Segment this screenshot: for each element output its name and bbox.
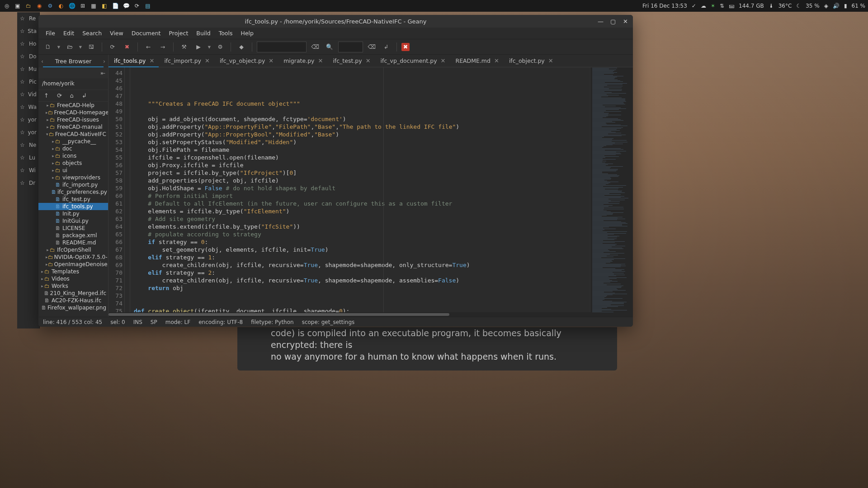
save-all-button[interactable]: 🖫 xyxy=(85,41,97,53)
new-dropdown[interactable]: ▾ xyxy=(57,41,61,53)
bg-sidebar-item[interactable]: ☆Re xyxy=(17,12,39,25)
firefox-icon[interactable]: ◉ xyxy=(35,2,43,10)
tree-item[interactable]: ▸🗀ui xyxy=(38,167,108,174)
cloud-icon[interactable]: ☁ xyxy=(701,3,706,9)
close-tab-icon[interactable]: ✕ xyxy=(205,57,210,64)
fold-gutter[interactable] xyxy=(125,67,130,312)
horizontal-scrollbar[interactable] xyxy=(108,312,633,317)
window-icon[interactable]: ▤ xyxy=(144,2,152,10)
titlebar[interactable]: ifc_tools.py - /home/yorik/Sources/FreeC… xyxy=(38,15,633,28)
menu-project[interactable]: Project xyxy=(165,28,192,38)
tree-home-button[interactable]: ⌂ xyxy=(70,92,74,99)
close-tab-icon[interactable]: ✕ xyxy=(366,57,371,64)
nav-back-button[interactable]: ← xyxy=(142,41,154,53)
bg-sidebar-item[interactable]: ☆Ho xyxy=(17,38,39,50)
editor-tab[interactable]: ifc_test.py✕ xyxy=(327,55,375,67)
menu-document[interactable]: Document xyxy=(128,28,165,38)
tree-item[interactable]: ▸🗀Templates xyxy=(38,268,108,275)
tree-item[interactable]: ▸🗀icons xyxy=(38,152,108,160)
terminal-icon[interactable]: ▣ xyxy=(14,2,22,10)
bg-sidebar-item[interactable]: ☆Vid xyxy=(17,88,39,101)
close-tab-icon[interactable]: ✕ xyxy=(441,57,446,64)
menu-search[interactable]: Search xyxy=(79,28,105,38)
tree-path[interactable]: /home/yorik xyxy=(38,78,108,90)
bg-sidebar-item[interactable]: ☆yor xyxy=(17,126,39,139)
tree-collapse-button[interactable]: ⇤ xyxy=(38,67,108,78)
editor-tab[interactable]: ifc_tools.py✕ xyxy=(108,55,159,67)
tree-item[interactable]: 🗎ifc_tools.py xyxy=(38,203,108,210)
tree-item[interactable]: 🗎InitGui.py xyxy=(38,217,108,225)
panel-datetime[interactable]: Fri 16 Dec 13:53 xyxy=(642,3,687,9)
search-icon[interactable]: 🔍 xyxy=(324,41,335,53)
tree-up-button[interactable]: ↑ xyxy=(44,92,49,99)
search-input[interactable] xyxy=(257,42,307,52)
tree-item[interactable]: 🗎ifc_test.py xyxy=(38,196,108,203)
tree-refresh-button[interactable]: ⟳ xyxy=(57,92,62,99)
sync-icon[interactable]: ✶ xyxy=(711,3,715,9)
freecad-icon[interactable]: ⊞ xyxy=(79,2,87,10)
tree-item[interactable]: 🗎README.md xyxy=(38,239,108,246)
goto-button[interactable]: ↲ xyxy=(380,41,392,53)
tree-item[interactable]: ▸🗀doc xyxy=(38,145,108,152)
tree-item[interactable]: 🗎Init.py xyxy=(38,210,108,217)
reload-button[interactable]: ⟳ xyxy=(107,41,118,53)
code-editor[interactable]: """Creates a FreeCAD IFC document object… xyxy=(130,67,590,312)
line-gutter[interactable]: 44 45 46 47 48 49 50 51 52 53 54 55 56 5… xyxy=(108,67,125,312)
bg-sidebar-item[interactable]: ☆Lu xyxy=(17,151,39,164)
tree-item[interactable]: 🗎package.xml xyxy=(38,232,108,239)
menu-view[interactable]: View xyxy=(106,28,127,38)
brightness-icon[interactable]: ☾ xyxy=(796,3,801,9)
menu-build[interactable]: Build xyxy=(193,28,214,38)
tree-item[interactable]: ▾🗀FreeCAD-NativeIFC xyxy=(38,131,108,138)
bg-sidebar-item[interactable]: ☆yor xyxy=(17,113,39,126)
tree-item[interactable]: ▸🗀IfcOpenShell xyxy=(38,246,108,253)
editor-tab[interactable]: README.md✕ xyxy=(450,55,503,67)
close-tab-icon[interactable]: ✕ xyxy=(149,57,154,64)
bg-sidebar-item[interactable]: ☆Mu xyxy=(17,63,39,75)
tree-set-button[interactable]: ↲ xyxy=(82,92,87,99)
chat-icon[interactable]: 💬 xyxy=(122,2,130,10)
goto-input[interactable] xyxy=(338,42,363,52)
app-icon[interactable]: ▦ xyxy=(90,2,98,10)
tree-item[interactable]: 🗎ifc_import.py xyxy=(38,181,108,188)
debian-icon[interactable]: ◎ xyxy=(3,2,11,10)
close-tab-icon[interactable]: ✕ xyxy=(548,57,553,64)
nav-fwd-button[interactable]: → xyxy=(157,41,169,53)
tree-item[interactable]: ▸🗀objects xyxy=(38,160,108,167)
run-dropdown[interactable]: ▾ xyxy=(207,41,212,53)
editor-tab[interactable]: ifc_object.py✕ xyxy=(504,55,558,67)
globe-icon[interactable]: 🌐 xyxy=(68,2,76,10)
open-button[interactable]: 🗁 xyxy=(64,41,75,53)
tree-item[interactable]: ▸🗀Videos xyxy=(38,275,108,282)
clear-search-icon[interactable]: ⌫ xyxy=(309,41,321,53)
tree-tab[interactable]: ‹ Tree Browser › xyxy=(38,55,108,67)
menu-help[interactable]: Help xyxy=(237,28,258,38)
tree-item[interactable]: ▸🗀__pycache__ xyxy=(38,138,108,145)
tree-item[interactable]: 🗎ifc_preferences.py xyxy=(38,188,108,196)
tree-item[interactable]: 🗎LICENSE xyxy=(38,225,108,232)
close-file-button[interactable]: ✖ xyxy=(121,41,133,53)
tree-item[interactable]: ▸🗀FreeCAD-Homepage xyxy=(38,109,108,116)
color-button[interactable]: ◆ xyxy=(236,41,247,53)
run-button[interactable]: ▶ xyxy=(193,41,204,53)
wifi-icon[interactable]: ◈ xyxy=(824,3,828,9)
minimize-button[interactable]: — xyxy=(598,18,604,24)
bg-sidebar-item[interactable]: ☆Ne xyxy=(17,139,39,151)
close-button[interactable]: ✕ xyxy=(623,18,629,24)
bg-sidebar-item[interactable]: ☆Sta xyxy=(17,25,39,38)
gear-button[interactable]: ⚙ xyxy=(214,41,226,53)
menu-edit[interactable]: Edit xyxy=(60,28,78,38)
minimap[interactable] xyxy=(590,67,633,312)
tree-item[interactable]: ▸🗀Works xyxy=(38,282,108,290)
bg-sidebar-item[interactable]: ☆Wi xyxy=(17,164,39,177)
tree-item[interactable]: ▸🗀NVIDIA-OptiX-7.5.0- xyxy=(38,253,108,261)
tree-item[interactable]: ▸🗀viewproviders xyxy=(38,174,108,181)
maximize-button[interactable]: ▢ xyxy=(610,18,617,24)
close-tab-icon[interactable]: ✕ xyxy=(494,57,499,64)
tree-item[interactable]: ▸🗀FreeCAD-issues xyxy=(38,116,108,123)
tree-item[interactable]: 🗎210_King_Merged.ifc xyxy=(38,290,108,297)
quit-button[interactable]: ✖ xyxy=(401,43,410,51)
editor-tab[interactable]: migrate.py✕ xyxy=(278,55,327,67)
gear-icon[interactable]: ⚙ xyxy=(46,2,54,10)
tree-item[interactable]: ▸🗀FreeCAD-manual xyxy=(38,123,108,131)
